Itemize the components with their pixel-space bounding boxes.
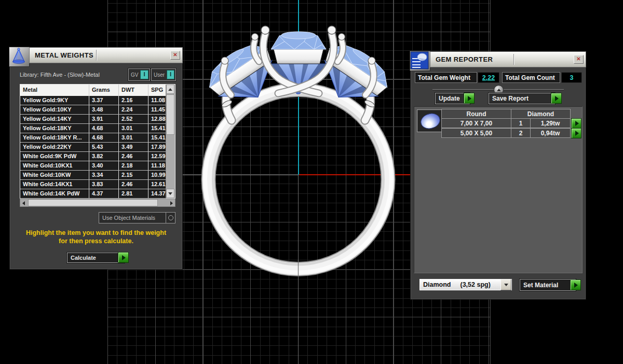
total-gem-weight-value[interactable]: 2,22: [478, 72, 499, 83]
shape-header[interactable]: Round: [441, 109, 511, 119]
metal-cell-metal: White Gold:9K PdW: [20, 152, 89, 161]
scrollbar-thumb[interactable]: [28, 199, 158, 206]
close-icon[interactable]: ✕: [170, 51, 180, 60]
calculate-run-button[interactable]: [118, 252, 129, 263]
metal-cell-metal: Yellow Gold:14KY: [20, 115, 89, 123]
metal-cell-metal: Yellow Gold:22KY: [20, 143, 89, 151]
metal-cell-metal: Yellow Gold:18KY: [20, 124, 89, 133]
col-header-grams[interactable]: Grams: [89, 85, 119, 96]
calculate-label: Calculate: [71, 255, 96, 261]
material-dropdown[interactable]: Diamond (3,52 spg): [419, 278, 512, 291]
metal-cell-grams: 3.37: [89, 96, 119, 105]
gem-table-row[interactable]: 5,00 X 5,0020,94tw: [442, 129, 581, 138]
metal-table-row[interactable]: White Gold:14K PdW4.372.8114.37: [20, 189, 166, 199]
metal-cell-grams: 4.68: [89, 133, 119, 142]
toggle-on-icon[interactable]: I: [167, 70, 174, 79]
gem-reporter-body: Total Gem Weight 2,22 Total Gem Count 3 …: [411, 69, 586, 299]
scroll-right-icon[interactable]: [170, 201, 173, 205]
metal-table-row[interactable]: Yellow Gold:14KY3.912.5212.88: [20, 115, 166, 124]
gem-thumbnail[interactable]: [417, 109, 443, 132]
metal-cell-spg: 10.99: [148, 171, 166, 179]
metal-cell-grams: 3.83: [89, 180, 119, 189]
scrollbar-thumb[interactable]: [166, 94, 174, 135]
gem-reporter-icon: [410, 51, 430, 71]
gem-table: Round Diamond 7,00 X 7,0011,29tw5,00 X 5…: [442, 109, 581, 138]
run-icon: [122, 255, 126, 260]
metal-cell-spg: 11.18: [148, 161, 166, 170]
col-header-metal[interactable]: Metal: [20, 85, 89, 96]
gem-cell-weight: 1,29tw: [530, 118, 571, 128]
material-header[interactable]: Diamond: [511, 109, 571, 119]
gem-table-row[interactable]: 7,00 X 7,0011,29tw: [442, 119, 581, 129]
dropdown-radio-icon[interactable]: [166, 213, 175, 223]
metal-table-row[interactable]: White Gold:9K PdW3.822.4612.59: [20, 152, 166, 161]
set-material-run-button[interactable]: [570, 279, 581, 290]
cad-viewport: METAL WEIGHTS ✕ Library: Fifth Ave - (Sl…: [0, 0, 623, 364]
calculate-button[interactable]: Calculate: [67, 253, 125, 263]
vertical-scrollbar[interactable]: [166, 85, 175, 198]
titlebar-divider: [513, 54, 514, 65]
total-gem-weight-label: Total Gem Weight: [415, 72, 477, 83]
col-header-dwt[interactable]: DWT: [119, 85, 148, 96]
gv-toggle[interactable]: GV I: [128, 68, 150, 81]
metal-cell-metal: White Gold:14K PdW: [20, 189, 89, 198]
metal-cell-dwt: 3.01: [119, 133, 148, 142]
save-report-run-button[interactable]: [551, 93, 562, 104]
metal-cell-grams: 4.37: [89, 189, 119, 198]
metal-cell-grams: 3.82: [89, 152, 119, 161]
metal-table-row[interactable]: Yellow Gold:18KY4.683.0115.41: [20, 124, 166, 133]
dropdown-arrow-icon[interactable]: [500, 279, 511, 290]
hint-line-1: Highlight the item you want to find the …: [10, 229, 182, 237]
user-toggle[interactable]: User I: [151, 68, 176, 81]
metal-cell-metal: Yellow Gold:9KY: [20, 96, 89, 105]
gem-reporter-titlebar[interactable]: GEM REPORTER ✕: [430, 51, 586, 67]
metal-weights-titlebar[interactable]: METAL WEIGHTS ✕: [29, 47, 183, 63]
metal-cell-metal: White Gold:10KX1: [20, 161, 89, 170]
scroll-left-icon[interactable]: [22, 201, 25, 205]
save-report-button[interactable]: Save Report: [489, 93, 555, 104]
metal-table-row[interactable]: Yellow Gold:22KY5.433.4917.89: [20, 143, 166, 152]
update-run-button[interactable]: [464, 93, 475, 104]
metal-table-row[interactable]: Yellow Gold:18KY R...4.683.0115.41: [20, 133, 166, 143]
library-label: Library: Fifth Ave - (Slow)-Metal: [20, 72, 100, 78]
use-object-materials-dropdown[interactable]: Use Object Materials: [99, 212, 175, 223]
metal-cell-dwt: 2.46: [119, 152, 148, 161]
metal-cell-dwt: 3.49: [119, 143, 148, 151]
metal-table-row[interactable]: White Gold:10KW3.342.1510.99: [20, 171, 166, 180]
gem-cell-count: 2: [511, 128, 531, 138]
scroll-down-icon[interactable]: [166, 189, 174, 198]
metal-table-row[interactable]: White Gold:10KX13.402.1811.18: [20, 161, 166, 171]
gem-cell-size: 5,00 X 5,00: [441, 128, 511, 138]
metal-cell-grams: 3.91: [89, 115, 119, 123]
metal-table-row[interactable]: Yellow Gold:10KY3.482.2411.45: [20, 105, 166, 115]
gem-table-header: Round Diamond: [442, 109, 581, 119]
metal-table-row[interactable]: White Gold:14KX13.832.4612.61: [20, 180, 166, 189]
update-label: Update: [439, 95, 460, 102]
metal-cell-dwt: 3.01: [119, 124, 148, 133]
metal-cell-grams: 4.68: [89, 124, 119, 133]
metal-cell-metal: White Gold:14KX1: [20, 180, 89, 189]
scroll-up-icon[interactable]: [166, 85, 174, 94]
horizontal-scrollbar[interactable]: [20, 199, 175, 207]
material-spg: (3,52 spg): [451, 281, 500, 288]
gem-reporter-panel: GEM REPORTER ✕ Total Gem Weight 2,22 Tot…: [410, 52, 586, 300]
close-icon[interactable]: ✕: [574, 55, 584, 64]
gem-row-run-button[interactable]: [571, 118, 581, 129]
metal-cell-grams: 5.43: [89, 143, 119, 151]
table-rows: Yellow Gold:9KY3.372.1611.08Yellow Gold:…: [20, 96, 166, 199]
hint-line-2: for then press calculate.: [10, 237, 182, 245]
run-icon: [575, 121, 579, 126]
set-material-button[interactable]: Set Material: [520, 279, 576, 291]
total-gem-count-value[interactable]: 3: [561, 72, 582, 83]
metal-table-row[interactable]: Yellow Gold:9KY3.372.1611.08: [20, 96, 166, 105]
run-icon: [468, 96, 471, 101]
toggle-on-icon[interactable]: I: [140, 70, 148, 79]
metal-weights-panel: METAL WEIGHTS ✕ Library: Fifth Ave - (Sl…: [9, 48, 183, 270]
metal-cell-spg: 12.88: [148, 115, 166, 123]
metal-cell-spg: 15.41: [148, 124, 166, 133]
metal-cell-spg: 12.59: [148, 152, 166, 161]
run-icon: [575, 131, 579, 136]
gem-row-run-button[interactable]: [571, 128, 581, 138]
metal-cell-metal: Yellow Gold:10KY: [20, 105, 89, 114]
run-icon: [555, 96, 559, 101]
